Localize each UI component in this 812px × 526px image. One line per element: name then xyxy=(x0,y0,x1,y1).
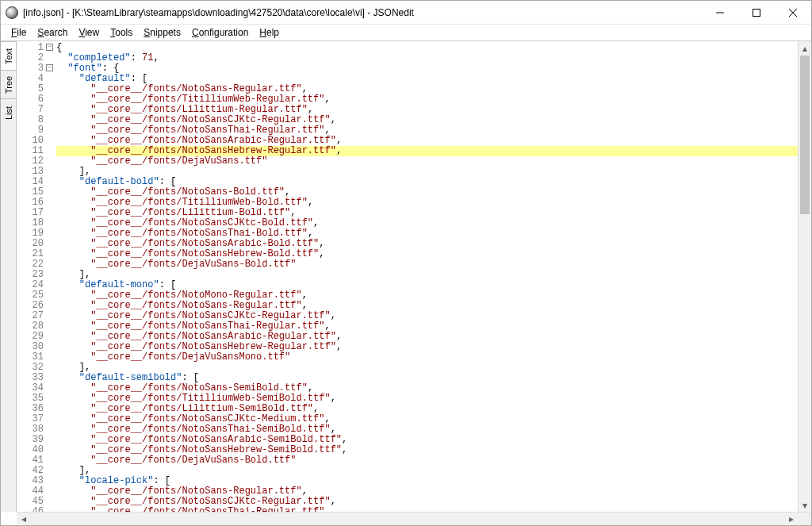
menu-configuration[interactable]: Configuration xyxy=(186,25,254,40)
menu-snippets[interactable]: Snippets xyxy=(138,25,186,40)
app-icon xyxy=(6,6,18,19)
code-line[interactable]: "completed": 71, xyxy=(56,53,798,63)
menubar: File Search View Tools Snippets Configur… xyxy=(1,25,811,41)
scroll-left-arrow[interactable]: ◂ xyxy=(17,513,30,526)
menu-tools[interactable]: Tools xyxy=(105,25,138,40)
scroll-right-arrow[interactable]: ▸ xyxy=(784,513,798,526)
horizontal-scrollbar[interactable]: ◂ ▸ xyxy=(17,512,811,525)
code-line[interactable]: "font": { xyxy=(56,63,798,74)
scroll-up-arrow[interactable]: ▴ xyxy=(799,41,811,55)
scrollbar-corner xyxy=(798,513,811,526)
vertical-scroll-thumb[interactable] xyxy=(800,56,810,214)
editor[interactable]: 1−23−45678910111213141516171819202122232… xyxy=(17,41,811,512)
tab-list[interactable]: List xyxy=(1,98,16,127)
menu-view[interactable]: View xyxy=(73,25,105,40)
menu-help[interactable]: Help xyxy=(254,25,285,40)
line-number-gutter: 1−23−45678910111213141516171819202122232… xyxy=(17,41,45,512)
titlebar[interactable]: [info.json] - [K:\SteamLibrary\steamapps… xyxy=(1,1,811,25)
svg-rect-1 xyxy=(753,9,760,16)
code-line[interactable]: "__core__/fonts/DejaVuSansMono.ttf" xyxy=(56,352,798,363)
close-button[interactable] xyxy=(775,1,811,25)
code-line[interactable]: "__core__/fonts/DejaVuSans-Bold.ttf" xyxy=(56,455,798,466)
menu-file[interactable]: File xyxy=(6,25,32,40)
scroll-down-arrow[interactable]: ▾ xyxy=(799,498,811,512)
menu-search[interactable]: Search xyxy=(32,25,73,40)
code-line[interactable]: "__core__/fonts/DejaVuSans-Bold.ttf" xyxy=(56,259,798,270)
window-title: [info.json] - [K:\SteamLibrary\steamapps… xyxy=(23,7,702,18)
minimize-button[interactable] xyxy=(702,1,738,25)
side-tabs: Text Tree List xyxy=(1,41,17,512)
code-line[interactable]: { xyxy=(56,43,798,53)
code-area[interactable]: { "completed": 71, "font": { "default": … xyxy=(45,41,798,512)
tab-text[interactable]: Text xyxy=(1,41,16,70)
code-line[interactable]: "__core__/fonts/DejaVuSans.ttf" xyxy=(56,156,798,167)
vertical-scrollbar[interactable]: ▴ ▾ xyxy=(798,41,811,512)
maximize-button[interactable] xyxy=(738,1,775,25)
tab-tree[interactable]: Tree xyxy=(1,70,16,98)
horizontal-scroll-track[interactable] xyxy=(30,513,784,525)
